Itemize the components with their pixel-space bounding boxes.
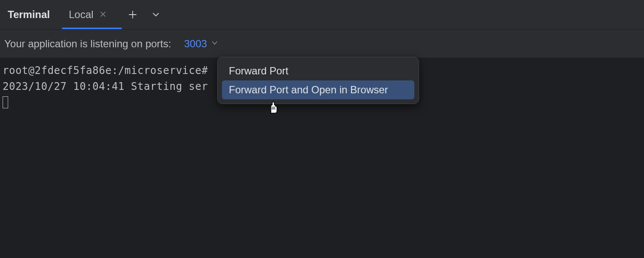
tab-active-indicator [62, 28, 122, 29]
port-context-menu: Forward Port Forward Port and Open in Br… [217, 57, 419, 104]
port-dropdown[interactable]: 3003 [184, 38, 218, 50]
menu-item-forward-open-browser[interactable]: Forward Port and Open in Browser [222, 80, 414, 99]
port-infobar: Your application is listening on ports: … [0, 29, 644, 58]
panel-title: Terminal [8, 9, 50, 21]
tab-label: Local [69, 9, 93, 21]
port-info-label: Your application is listening on ports: [4, 38, 171, 50]
tab-menu-button[interactable] [149, 7, 163, 22]
menu-item-forward-port[interactable]: Forward Port [222, 61, 414, 80]
close-icon[interactable] [100, 10, 106, 19]
terminal-topbar: Terminal Local [0, 0, 644, 29]
port-value: 3003 [184, 38, 207, 50]
chevron-down-icon [211, 40, 218, 48]
terminal-cursor [3, 96, 8, 108]
tab-local[interactable]: Local [66, 0, 109, 29]
new-tab-button[interactable] [125, 7, 140, 22]
